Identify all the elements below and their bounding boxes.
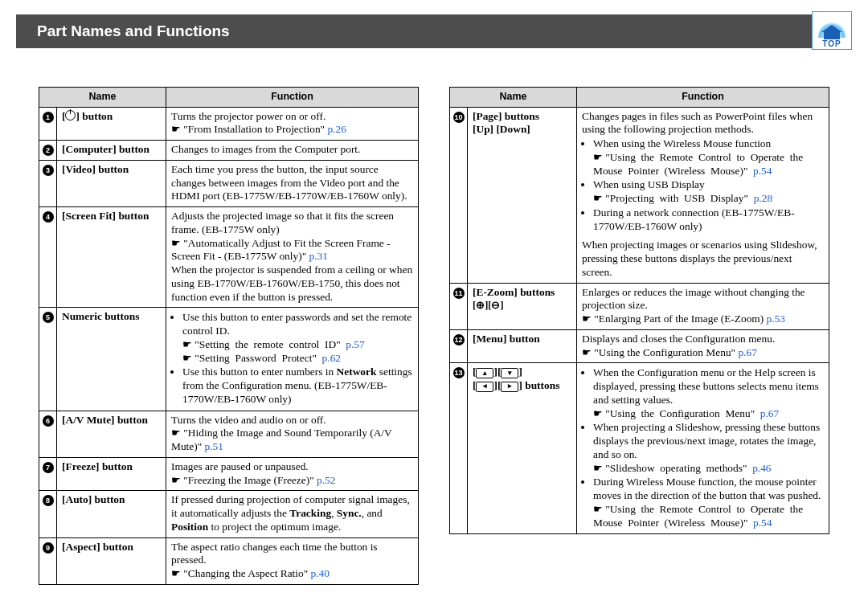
row-function: When the Configuration menu or the Help … (577, 363, 829, 534)
left-column: Name Function 1[] buttonTurns the projec… (39, 87, 419, 585)
row-marker: 12 (450, 329, 468, 363)
table-row: 10[Page] buttons[Up] [Down]Changes pages… (450, 107, 829, 283)
row-name: [A/V Mute] button (57, 411, 166, 457)
row-name: [Freeze] button (57, 457, 166, 491)
functions-table-right: Name Function 10[Page] buttons[Up] [Down… (449, 87, 829, 534)
table-row: 5Numeric buttonsUse this button to enter… (39, 308, 419, 411)
row-name: [] button (57, 107, 166, 141)
row-name: [Computer] button (57, 141, 166, 161)
row-marker: 8 (39, 491, 57, 537)
table-row: 4[Screen Fit] buttonAdjusts the projecte… (39, 207, 419, 308)
row-function: Each time you press the button, the inpu… (166, 160, 419, 206)
table-row: 12[Menu] buttonDisplays and closes the C… (450, 329, 829, 363)
right-column: Name Function 10[Page] buttons[Up] [Down… (449, 87, 829, 585)
row-marker: 13 (450, 363, 468, 534)
col-header-name: Name (450, 88, 577, 108)
table-row: 6[A/V Mute] buttonTurns the video and au… (39, 411, 419, 457)
row-function: Adjusts the projected image so that it f… (166, 207, 419, 308)
table-row: 7[Freeze] buttonImages are paused or unp… (39, 457, 419, 491)
row-name: [Auto] button (57, 491, 166, 537)
table-row: 13[▴][▾][◂][▸] buttonsWhen the Configura… (450, 363, 829, 534)
row-name: Numeric buttons (57, 308, 166, 411)
row-name: [Menu] button (468, 329, 577, 363)
row-name: [E-Zoom] buttons[⊕][⊖] (468, 283, 577, 329)
row-marker: 4 (39, 207, 57, 308)
table-row: 9[Aspect] buttonThe aspect ratio changes… (39, 537, 419, 584)
row-marker: 9 (39, 537, 57, 584)
table-row: 11[E-Zoom] buttons[⊕][⊖]Enlarges or redu… (450, 283, 829, 329)
row-function: Changes to images from the Computer port… (166, 141, 419, 161)
page-title: Part Names and Functions (16, 22, 230, 41)
document-page: Part Names and Functions 15 TOP Name Fun… (0, 0, 868, 613)
row-function: Turns the projector power on or off.☛ "F… (166, 107, 419, 141)
top-label: TOP (822, 39, 841, 50)
row-name: [Aspect] button (57, 537, 166, 584)
table-row: 2[Computer] buttonChanges to images from… (39, 141, 419, 161)
row-function: Displays and closes the Configuration me… (577, 329, 829, 363)
row-function: Changes pages in files such as PowerPoin… (577, 107, 829, 283)
row-marker: 1 (39, 107, 57, 141)
row-marker: 11 (450, 283, 468, 329)
page-header: Part Names and Functions 15 (16, 14, 852, 48)
row-marker: 10 (450, 107, 468, 283)
row-function: If pressed during projection of computer… (166, 491, 419, 537)
row-function: Enlarges or reduces the image without ch… (577, 283, 829, 329)
functions-table-left: Name Function 1[] buttonTurns the projec… (39, 87, 419, 585)
top-nav-icon[interactable]: TOP (812, 11, 852, 50)
row-marker: 7 (39, 457, 57, 491)
content-columns: Name Function 1[] buttonTurns the projec… (39, 87, 829, 585)
row-name: [Page] buttons[Up] [Down] (468, 107, 577, 283)
row-marker: 6 (39, 411, 57, 457)
row-function: Use this button to enter passwords and s… (166, 308, 419, 411)
row-name: [Screen Fit] button (57, 207, 166, 308)
col-header-function: Function (166, 88, 419, 108)
row-function: Turns the video and audio on or off.☛ "H… (166, 411, 419, 457)
row-marker: 3 (39, 160, 57, 206)
table-row: 1[] buttonTurns the projector power on o… (39, 107, 419, 141)
col-header-function: Function (577, 88, 829, 108)
home-icon (824, 31, 840, 39)
table-row: 3[Video] buttonEach time you press the b… (39, 160, 419, 206)
row-name: [▴][▾][◂][▸] buttons (468, 363, 577, 534)
row-marker: 5 (39, 308, 57, 411)
row-name: [Video] button (57, 160, 166, 206)
row-function: Images are paused or unpaused.☛ "Freezin… (166, 457, 419, 491)
col-header-name: Name (39, 88, 166, 108)
row-marker: 2 (39, 141, 57, 161)
row-function: The aspect ratio changes each time the b… (166, 537, 419, 584)
table-row: 8[Auto] buttonIf pressed during projecti… (39, 491, 419, 537)
